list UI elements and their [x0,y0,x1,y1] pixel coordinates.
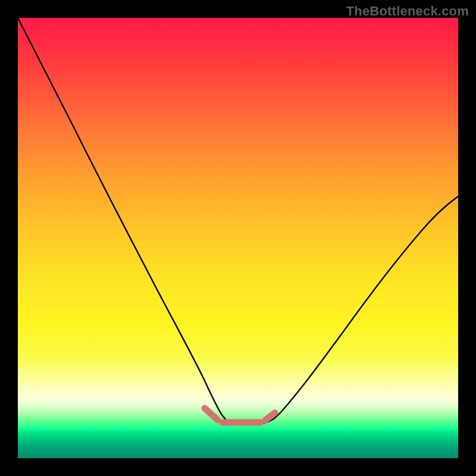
marker-seg-left [205,408,218,420]
watermark-text: TheBottleneck.com [346,4,469,19]
plot-area [18,18,458,458]
curve-layer [18,18,458,458]
chart-frame: TheBottleneck.com [0,0,476,476]
bottleneck-curve [18,18,458,424]
sweet-spot-marker [205,408,275,422]
